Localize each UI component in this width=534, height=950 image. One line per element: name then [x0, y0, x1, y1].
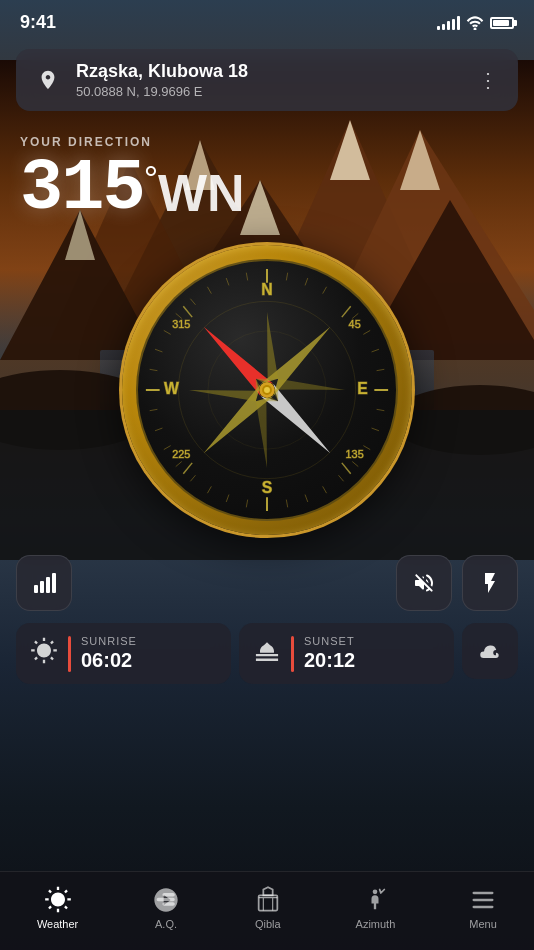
compass-face: N 45 E 135 S 225 — [136, 259, 398, 521]
flashlight-button[interactable] — [462, 555, 518, 611]
aq-nav-icon — [152, 886, 180, 914]
weather-nav-icon — [44, 886, 72, 914]
svg-line-34 — [286, 273, 287, 281]
nav-aq[interactable]: A.Q. — [140, 882, 192, 934]
qibla-nav-icon — [254, 886, 282, 914]
nav-menu-label: Menu — [469, 918, 497, 930]
svg-text:W: W — [164, 380, 179, 397]
wifi-icon — [466, 16, 484, 30]
nav-aq-label: A.Q. — [155, 918, 177, 930]
compass: N 45 E 135 S 225 — [0, 245, 534, 535]
svg-point-17 — [474, 27, 477, 30]
location-card[interactable]: Rząska, Klubowa 18 50.0888 N, 19.9696 E … — [16, 49, 518, 111]
location-pin-icon — [32, 64, 64, 96]
svg-rect-79 — [34, 585, 38, 593]
direction-display: 315 ° WN — [0, 153, 534, 235]
sunset-time: 20:12 — [304, 649, 355, 672]
status-icons — [437, 16, 514, 30]
svg-line-42 — [372, 428, 379, 431]
svg-line-58 — [155, 349, 162, 352]
svg-text:135: 135 — [346, 448, 364, 460]
svg-line-63 — [226, 278, 229, 285]
svg-point-84 — [373, 890, 378, 895]
svg-line-36 — [323, 287, 327, 294]
svg-rect-85 — [473, 892, 494, 894]
svg-line-38 — [363, 330, 370, 334]
svg-line-24 — [342, 463, 351, 474]
svg-rect-86 — [473, 899, 494, 901]
svg-line-45 — [339, 475, 344, 481]
signal-icon — [437, 16, 460, 30]
svg-text:315: 315 — [172, 318, 190, 330]
cardinal-direction: WN — [158, 163, 245, 223]
svg-line-48 — [286, 500, 287, 508]
svg-line-49 — [246, 500, 247, 508]
svg-line-44 — [352, 462, 358, 467]
battery-icon — [490, 17, 514, 29]
svg-line-53 — [176, 462, 182, 467]
weather-small-card[interactable] — [462, 623, 518, 679]
sunrise-info: SUNRISE 06:02 — [81, 635, 137, 672]
nav-azimuth[interactable]: Azimuth — [344, 882, 408, 934]
mute-button[interactable] — [396, 555, 452, 611]
more-options-button[interactable]: ⋮ — [474, 64, 502, 96]
svg-line-46 — [323, 486, 327, 493]
svg-line-61 — [190, 299, 195, 305]
svg-line-35 — [305, 278, 308, 285]
sunset-divider — [291, 636, 294, 672]
svg-marker-72 — [228, 312, 306, 390]
svg-line-41 — [377, 409, 385, 410]
status-time: 9:41 — [20, 12, 56, 33]
svg-line-20 — [342, 306, 351, 317]
svg-line-56 — [150, 409, 158, 410]
svg-marker-73 — [228, 390, 306, 468]
svg-rect-80 — [40, 581, 44, 593]
location-coordinates: 50.0888 N, 19.9696 E — [76, 84, 248, 99]
svg-point-78 — [264, 387, 270, 393]
sunrise-icon — [30, 637, 58, 671]
svg-text:N: N — [261, 281, 272, 298]
sunset-info: SUNSET 20:12 — [304, 635, 355, 672]
sunrise-card: SUNRISE 06:02 — [16, 623, 231, 684]
degrees-symbol: ° — [144, 159, 158, 201]
svg-line-57 — [150, 369, 158, 370]
svg-line-52 — [190, 475, 195, 481]
sun-info-cards: SUNRISE 06:02 SUNSET 20:12 — [0, 623, 534, 684]
svg-marker-71 — [189, 351, 267, 429]
sunrise-divider — [68, 636, 71, 672]
action-buttons-row — [0, 555, 534, 611]
nav-qibla-label: Qibla — [255, 918, 281, 930]
azimuth-nav-icon — [361, 886, 389, 914]
svg-line-39 — [372, 349, 379, 352]
sunset-icon — [253, 637, 281, 671]
svg-line-43 — [363, 446, 370, 450]
compass-outer-ring: N 45 E 135 S 225 — [122, 245, 412, 535]
svg-marker-74 — [267, 351, 345, 429]
svg-line-51 — [207, 486, 211, 493]
svg-line-28 — [183, 463, 192, 474]
location-info: Rząska, Klubowa 18 50.0888 N, 19.9696 E — [32, 61, 248, 99]
svg-line-59 — [164, 330, 171, 334]
sunrise-label: SUNRISE — [81, 635, 137, 647]
nav-weather[interactable]: Weather — [25, 882, 90, 934]
svg-line-50 — [226, 495, 229, 502]
nav-weather-label: Weather — [37, 918, 78, 930]
nav-menu[interactable]: Menu — [457, 882, 509, 934]
stats-button[interactable] — [16, 555, 72, 611]
cloud-rain-icon — [477, 638, 503, 664]
nav-qibla[interactable]: Qibla — [242, 882, 294, 934]
svg-text:E: E — [357, 380, 368, 397]
sunset-label: SUNSET — [304, 635, 355, 647]
svg-line-32 — [183, 306, 192, 317]
svg-rect-81 — [46, 577, 50, 593]
svg-line-62 — [207, 287, 211, 294]
svg-text:S: S — [262, 479, 273, 496]
status-bar: 9:41 — [0, 0, 534, 41]
location-name: Rząska, Klubowa 18 — [76, 61, 248, 82]
location-text: Rząska, Klubowa 18 50.0888 N, 19.9696 E — [76, 61, 248, 99]
right-action-buttons — [396, 555, 518, 611]
svg-line-55 — [155, 428, 162, 431]
menu-nav-icon — [469, 886, 497, 914]
degrees-number: 315 — [20, 153, 144, 225]
svg-line-47 — [305, 495, 308, 502]
